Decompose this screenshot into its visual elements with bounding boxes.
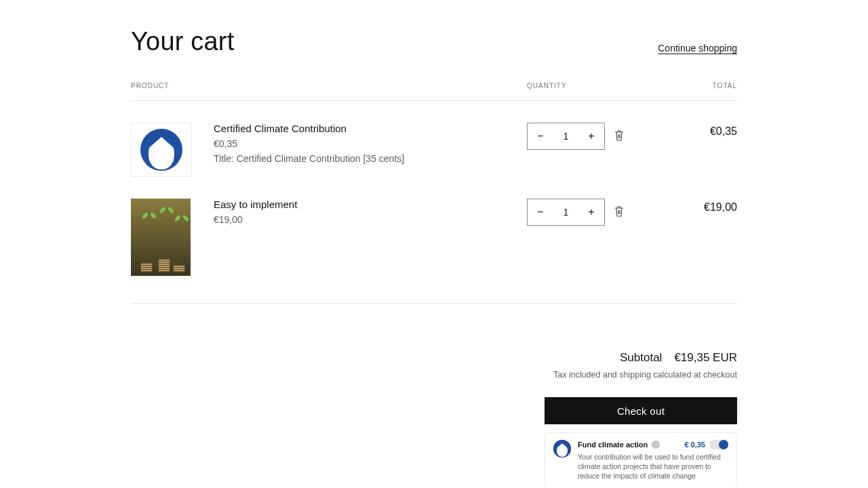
product-thumbnail[interactable] <box>131 123 192 177</box>
product-info: Easy to implement €19,00 <box>214 199 527 276</box>
climate-title: Fund climate action <box>578 441 648 449</box>
coins-icon <box>158 260 170 272</box>
product-price: €0,35 <box>214 138 527 149</box>
quantity-value[interactable]: 1 <box>553 199 578 225</box>
trash-icon <box>614 205 625 218</box>
product-price: €19,00 <box>214 214 527 225</box>
product-image-cell <box>131 199 214 276</box>
cart-header: Your cart Continue shopping <box>131 27 737 56</box>
quantity-value[interactable]: 1 <box>553 123 578 149</box>
product-thumbnail[interactable] <box>131 199 191 276</box>
product-image-cell <box>131 123 214 177</box>
decrease-button[interactable]: − <box>528 199 553 225</box>
info-icon[interactable]: i <box>652 441 660 449</box>
climate-widget: Fund climate action i € 0,35 Your contri… <box>545 432 737 488</box>
cart-table-header: PRODUCT QUANTITY TOTAL <box>131 82 737 101</box>
line-total: €0,35 <box>635 123 737 177</box>
quantity-stepper: − 1 + <box>527 199 605 226</box>
quantity-stepper: − 1 + <box>527 123 605 150</box>
continue-shopping-link[interactable]: Continue shopping <box>658 43 737 56</box>
coins-icon <box>140 264 153 272</box>
increase-button[interactable]: + <box>578 199 604 225</box>
coins-icon <box>173 266 185 272</box>
subtotal-value: €19,35 EUR <box>674 351 737 365</box>
penguin-icon <box>553 440 571 458</box>
col-quantity: QUANTITY <box>527 82 635 89</box>
page-title: Your cart <box>131 27 234 56</box>
quantity-cell: − 1 + <box>527 123 635 177</box>
climate-amount: € 0,35 <box>684 441 705 449</box>
climate-body: Fund climate action i € 0,35 Your contri… <box>578 440 728 481</box>
cart-row: Certified Climate Contribution €0,35 Tit… <box>131 101 737 177</box>
cart-page: Your cart Continue shopping PRODUCT QUAN… <box>131 0 737 488</box>
remove-button[interactable] <box>609 123 629 142</box>
col-total: TOTAL <box>635 82 737 89</box>
tax-note: Tax included and shipping calculated at … <box>545 370 737 380</box>
subtotal-row: Subtotal €19,35 EUR <box>545 351 737 365</box>
col-product: PRODUCT <box>131 82 527 89</box>
remove-button[interactable] <box>609 199 629 218</box>
line-total: €19,00 <box>635 199 737 276</box>
product-meta: Title: Certified Climate Contribution [3… <box>214 153 527 164</box>
increase-button[interactable]: + <box>578 123 604 149</box>
cart-row: Easy to implement €19,00 − 1 + €19,00 <box>131 177 737 276</box>
decrease-button[interactable]: − <box>528 123 553 149</box>
sprout-icon <box>176 216 188 228</box>
product-info: Certified Climate Contribution €0,35 Tit… <box>214 123 527 177</box>
checkout-button[interactable]: Check out <box>545 397 737 424</box>
sprout-icon <box>143 214 155 226</box>
product-name[interactable]: Certified Climate Contribution <box>214 123 527 134</box>
divider <box>131 303 737 304</box>
penguin-icon <box>140 129 182 171</box>
cart-items: Certified Climate Contribution €0,35 Tit… <box>131 101 737 276</box>
climate-toggle[interactable] <box>709 440 728 449</box>
sprout-icon <box>161 208 173 220</box>
quantity-cell: − 1 + <box>527 199 635 276</box>
climate-logo <box>553 440 571 458</box>
subtotal-label: Subtotal <box>620 351 662 365</box>
trash-icon <box>614 129 625 142</box>
climate-header-row: Fund climate action i € 0,35 <box>578 440 728 449</box>
cart-summary: Subtotal €19,35 EUR Tax included and shi… <box>545 351 737 488</box>
climate-description: Your contribution will be used to fund c… <box>578 452 728 481</box>
product-name[interactable]: Easy to implement <box>214 199 527 210</box>
